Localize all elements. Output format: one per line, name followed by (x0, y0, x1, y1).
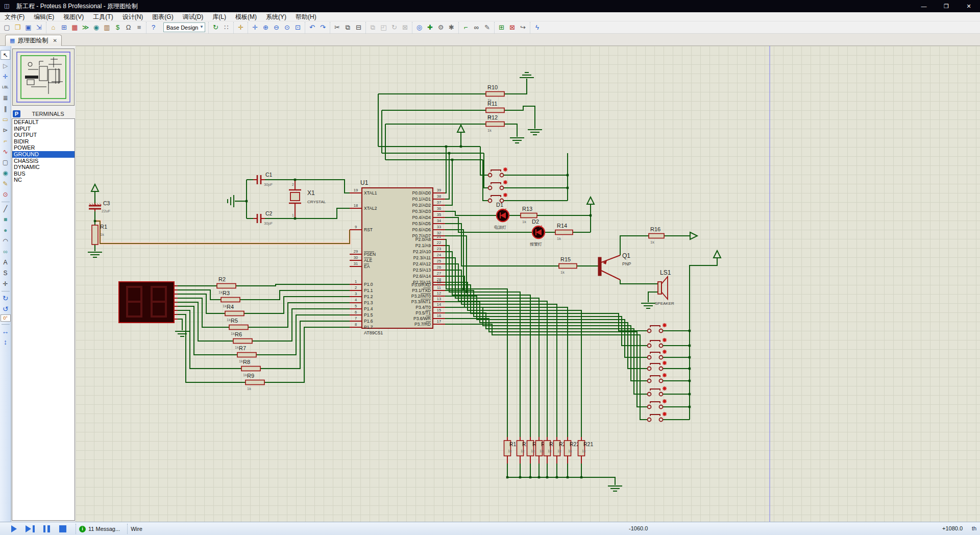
viewer-3d-icon[interactable]: ◉ (91, 22, 102, 33)
menu-图表G[interactable]: 图表(G) (148, 12, 178, 21)
make-device-icon[interactable]: ✚ (425, 22, 435, 33)
save-icon[interactable]: ▣ (23, 22, 34, 33)
zoom-out-icon[interactable]: ⊖ (271, 22, 282, 33)
terminal-item-output[interactable]: OUTPUT (12, 132, 75, 138)
rotate-clockwise-icon[interactable]: ↻ (1, 293, 10, 303)
zoom-in-icon[interactable]: ⊕ (260, 22, 271, 33)
property-assignment-icon[interactable]: ✎ (482, 22, 493, 33)
home-icon[interactable]: ⌂ (48, 22, 59, 33)
menu-视图V[interactable]: 视图(V) (59, 12, 88, 21)
menu-模板M[interactable]: 模板(M) (231, 12, 261, 21)
cut-icon[interactable]: ✂ (332, 22, 342, 33)
menu-文件F[interactable]: 文件(F) (0, 12, 29, 21)
bom-icon[interactable]: $ (112, 22, 123, 33)
bus-mode-icon[interactable]: ∥ (1, 104, 10, 113)
circle-2d-icon[interactable]: ● (1, 225, 10, 235)
wire-label-icon[interactable]: LBL (1, 82, 10, 92)
menu-系统Y[interactable]: 系统(Y) (261, 12, 291, 21)
terminal-item-bus[interactable]: BUS (12, 171, 75, 177)
current-probe-icon[interactable]: ⊙ (1, 189, 10, 199)
gerber-icon[interactable]: ▥ (102, 22, 112, 33)
terminal-mode-icon[interactable]: ⊳ (1, 125, 10, 135)
terminal-item-dynamic[interactable]: DYNAMIC (12, 164, 75, 171)
new-file-icon[interactable]: ▢ (2, 22, 12, 33)
play-button[interactable] (7, 524, 20, 534)
tab-schematic-capture[interactable]: ▦ 原理图绘制 ✕ (5, 35, 62, 46)
pick-parts-icon[interactable]: ◎ (414, 22, 425, 33)
rotation-angle-field[interactable]: 0° (1, 314, 11, 322)
rotate-anticlockwise-icon[interactable]: ↺ (1, 304, 10, 313)
terminal-item-input[interactable]: INPUT (12, 126, 75, 132)
tab-close-icon[interactable]: ✕ (53, 38, 57, 43)
maximize-button[interactable]: ❐ (935, 0, 958, 12)
block-delete-icon[interactable]: ⊠ (400, 22, 410, 33)
menu-设计N[interactable]: 设计(N) (118, 12, 148, 21)
flip-horizontal-icon[interactable]: ↔ (1, 326, 10, 336)
step-button[interactable] (23, 524, 37, 534)
component-mode-icon[interactable]: ▷ (1, 61, 10, 70)
pause-button[interactable] (40, 524, 53, 534)
message-info-icon[interactable]: i (79, 526, 86, 532)
schematic-capture-icon[interactable]: ⊞ (59, 22, 69, 33)
device-pin-icon[interactable]: ⌐ (1, 136, 10, 145)
decompose-icon[interactable]: ✱ (446, 22, 457, 33)
help-icon[interactable]: ? (148, 22, 159, 33)
close-button[interactable]: ✕ (958, 0, 980, 12)
box-2d-icon[interactable]: ■ (1, 214, 10, 224)
packaging-tool-icon[interactable]: ⚙ (435, 22, 446, 33)
status-message[interactable]: 11 Messag... (88, 526, 120, 532)
schematic-canvas[interactable]: U1AT89C5119XTAL118XTAL29RST29PSEN30ALE31… (76, 46, 980, 522)
goto-sheet-icon[interactable]: ↪ (518, 22, 528, 33)
copy-icon[interactable]: ⧉ (342, 22, 353, 33)
generator-icon[interactable]: ◉ (1, 168, 10, 178)
terminal-item-ground[interactable]: GROUND (12, 151, 75, 158)
remove-sheet-icon[interactable]: ⊠ (507, 22, 518, 33)
menu-帮助H[interactable]: 帮助(H) (291, 12, 321, 21)
electrical-check-icon[interactable]: ϟ (532, 22, 543, 33)
marker-2d-icon[interactable]: ✛ (1, 279, 10, 288)
zoom-all-icon[interactable]: ⊙ (282, 22, 292, 33)
junction-dot-icon[interactable]: ✛ (1, 71, 10, 81)
minimize-button[interactable]: — (913, 0, 935, 12)
menu-库L[interactable]: 库(L) (208, 12, 231, 21)
menu-工具T[interactable]: 工具(T) (88, 12, 117, 21)
symbol-2d-icon[interactable]: S (1, 268, 10, 278)
pan-icon[interactable]: ✛ (250, 22, 260, 33)
new-sheet-icon[interactable]: ⊞ (496, 22, 507, 33)
terminal-item-bidir[interactable]: BIDIR (12, 138, 75, 145)
graph-mode-icon[interactable]: ∿ (1, 147, 10, 156)
menu-编辑E[interactable]: 编辑(E) (29, 12, 59, 21)
notes-icon[interactable]: ≡ (134, 22, 144, 33)
subcircuit-icon[interactable]: ▭ (1, 114, 10, 124)
design-selector-dropdown[interactable]: Base Design▼ (163, 22, 205, 32)
grid-toggle-icon[interactable]: ∷ (221, 22, 232, 33)
block-copy-icon[interactable]: ⧉ (368, 22, 378, 33)
terminal-item-default[interactable]: DEFAULT (12, 119, 75, 126)
text-2d-icon[interactable]: A (1, 257, 10, 267)
terminal-item-power[interactable]: POWER (12, 144, 75, 151)
voltage-probe-icon[interactable]: ✎ (1, 179, 10, 188)
menu-调试D[interactable]: 调试(D) (178, 12, 208, 21)
tape-recorder-icon[interactable]: ▢ (1, 157, 10, 167)
explorer-icon[interactable]: Ω (123, 22, 134, 33)
terminal-item-nc[interactable]: NC (12, 177, 75, 183)
pcb-layout-icon[interactable]: ▦ (69, 22, 80, 33)
arc-2d-icon[interactable]: ◠ (1, 236, 10, 246)
wire-autorouter-icon[interactable]: ⌐ (460, 22, 471, 33)
search-tag-icon[interactable]: ∞ (471, 22, 482, 33)
path-2d-icon[interactable]: ∞ (1, 247, 10, 256)
import-icon[interactable]: ⇲ (34, 22, 44, 33)
undo-icon[interactable]: ↶ (307, 22, 317, 33)
redraw-icon[interactable]: ↻ (210, 22, 221, 33)
stop-button[interactable] (56, 524, 69, 534)
selection-pointer-icon[interactable]: ↖ (1, 50, 10, 60)
redo-icon[interactable]: ↷ (317, 22, 328, 33)
open-folder-icon[interactable]: ❒ (12, 22, 23, 33)
block-rotate-icon[interactable]: ↻ (389, 22, 400, 33)
origin-icon[interactable]: ✛ (235, 22, 246, 33)
zoom-area-icon[interactable]: ⊡ (292, 22, 303, 33)
terminal-item-chassis[interactable]: CHASSIS (12, 158, 75, 164)
text-script-icon[interactable]: ≣ (1, 93, 10, 103)
simulate-icon[interactable]: ≫ (80, 22, 91, 33)
block-move-icon[interactable]: ◰ (378, 22, 389, 33)
